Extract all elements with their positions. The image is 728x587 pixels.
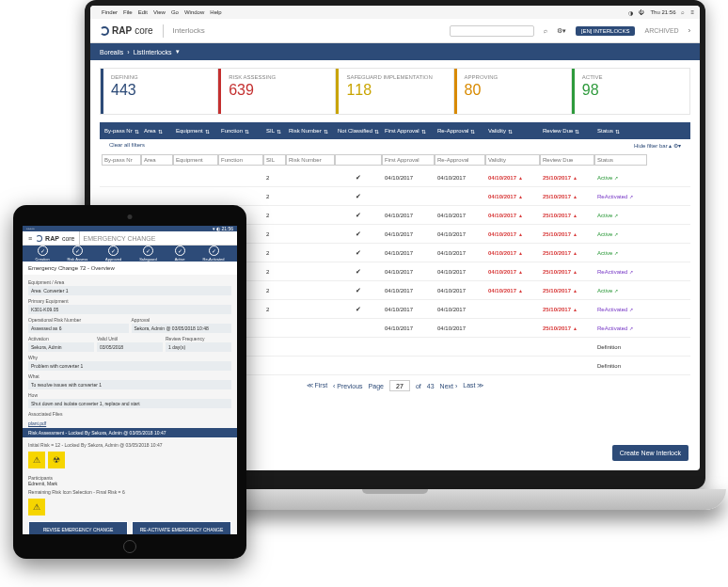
- field-value: K301-K09.05: [28, 305, 231, 314]
- tablet-camera: [128, 214, 133, 219]
- menubar-item[interactable]: Go: [171, 9, 179, 15]
- filter-ra[interactable]: [435, 154, 485, 166]
- col-bypass[interactable]: By-pass Nr ⇅: [102, 128, 141, 135]
- filter-risknum[interactable]: [286, 154, 335, 166]
- stat-safeguard[interactable]: SAFEGUARD IMPLEMENTATION118: [336, 69, 453, 114]
- field-value: 03/05/2018: [97, 342, 163, 352]
- stepper-step[interactable]: ✓Re-Activated: [203, 246, 225, 262]
- filter-area[interactable]: [141, 154, 173, 166]
- breadcrumb-item[interactable]: Borealis: [100, 49, 123, 56]
- app-header: RAPcore Interlocks ⌕ ⚙▾ [EN] INTERLOCKS …: [90, 19, 700, 43]
- status-badge[interactable]: ReActivated: [594, 307, 647, 312]
- create-interlock-button[interactable]: Create New Interlock: [612, 445, 688, 461]
- tablet-home-button[interactable]: [123, 540, 136, 553]
- reactivate-button[interactable]: RE-ACTIVATE EMERGENCY CHANGE: [132, 521, 231, 534]
- status-badge[interactable]: Definition: [594, 344, 647, 350]
- filter-va[interactable]: [485, 154, 540, 166]
- menubar-item[interactable]: View: [153, 9, 166, 15]
- stat-approving[interactable]: APPROVING80: [454, 69, 572, 114]
- check-icon: ✔: [335, 230, 382, 238]
- filter-rd[interactable]: [540, 154, 594, 166]
- menubar-item[interactable]: Window: [184, 9, 204, 15]
- search-icon[interactable]: ⌕: [544, 27, 547, 34]
- menubar-icon[interactable]: ≡: [690, 9, 694, 15]
- col-validity[interactable]: Validity ⇅: [485, 128, 540, 135]
- hide-filter-link[interactable]: Hide filter bar: [634, 143, 668, 149]
- gear-icon[interactable]: ⚙▾: [557, 27, 566, 35]
- filter-st[interactable]: [594, 154, 647, 166]
- tablet-header: ≡ RAPcore EMERGENCY CHANGE: [23, 231, 237, 246]
- clear-filters-link[interactable]: Clear all filters: [109, 142, 145, 149]
- filter-sil[interactable]: [263, 154, 286, 166]
- menubar-item[interactable]: Help: [210, 9, 221, 15]
- field-label: Associated Files: [28, 411, 231, 417]
- menubar-item[interactable]: File: [123, 9, 133, 15]
- filter-function[interactable]: [218, 154, 263, 166]
- tab-archived[interactable]: ARCHIVED: [644, 27, 678, 34]
- status-badge[interactable]: ReActivated: [594, 269, 647, 275]
- table-row[interactable]: 2✔04/10/201704/10/201704/10/201725/10/20…: [100, 168, 690, 187]
- menubar-icon[interactable]: ◑: [628, 9, 633, 16]
- pager-first[interactable]: ≪ First: [307, 382, 328, 389]
- file-link[interactable]: plant.pdf: [23, 419, 237, 428]
- stepper-step[interactable]: ✓Approved: [105, 246, 121, 262]
- filter-bypass[interactable]: [102, 154, 141, 166]
- field-value: Problem with converter 1: [28, 361, 231, 371]
- status-badge[interactable]: Definition: [594, 363, 647, 369]
- status-badge[interactable]: Active: [594, 175, 647, 181]
- check-icon: ✔: [335, 212, 382, 219]
- menubar-item[interactable]: Edit: [138, 9, 148, 15]
- col-equipment[interactable]: Equipment ⇅: [173, 128, 218, 135]
- search-icon[interactable]: ⌕: [681, 9, 685, 15]
- menubar-item[interactable]: Finder: [102, 9, 118, 15]
- stepper-step[interactable]: ✓Active: [175, 246, 185, 262]
- status-badge[interactable]: Active: [594, 213, 647, 218]
- status-badge[interactable]: ReActivated: [594, 325, 647, 331]
- pager-next[interactable]: Next ›: [440, 383, 458, 389]
- table-row[interactable]: 2✔04/10/201725/10/2017ReActivated: [100, 187, 690, 206]
- menu-icon[interactable]: ≡: [28, 235, 32, 242]
- revise-button[interactable]: REVISE EMERGENCY CHANGE: [28, 521, 128, 534]
- stat-risk[interactable]: RISK ASSESSING639: [218, 69, 336, 114]
- status-badge[interactable]: Active: [594, 231, 647, 237]
- menubar-icon[interactable]: ⏻: [639, 9, 644, 15]
- breadcrumb-item[interactable]: ListInterlocks: [134, 49, 172, 56]
- chevron-down-icon[interactable]: ▾: [176, 48, 180, 56]
- status-badge[interactable]: ReActivated: [594, 194, 647, 199]
- stats-bar: DEFINING443 RISK ASSESSING639 SAFEGUARD …: [100, 68, 690, 115]
- pager-last[interactable]: Last ≫: [463, 382, 483, 389]
- col-sil[interactable]: SIL ⇅: [263, 128, 286, 135]
- filter-equipment[interactable]: [173, 154, 218, 166]
- check-icon: ✓: [143, 246, 153, 256]
- stepper-step[interactable]: ✓Creation: [35, 246, 49, 262]
- pager-prev[interactable]: ‹ Previous: [333, 383, 363, 389]
- check-icon: ✓: [108, 246, 119, 256]
- page-title: Emergency Change 72 - Overview: [23, 262, 237, 275]
- filter-nc[interactable]: [335, 154, 382, 166]
- col-firstapproval[interactable]: First Approval ⇅: [382, 128, 435, 135]
- divider: [79, 231, 80, 245]
- col-function[interactable]: Function ⇅: [218, 128, 263, 135]
- stepper-step[interactable]: ✓Safeguard: [139, 246, 156, 262]
- chevron-right-icon[interactable]: ›: [688, 27, 690, 34]
- filter-fa[interactable]: [382, 154, 435, 166]
- col-risknum[interactable]: Risk Number ⇅: [286, 128, 335, 135]
- table-column-header: By-pass Nr ⇅ Area ⇅ Equipment ⇅ Function…: [100, 122, 690, 139]
- col-area[interactable]: Area ⇅: [141, 128, 173, 135]
- status-badge[interactable]: Active: [594, 250, 647, 256]
- tab-interlocks[interactable]: [EN] INTERLOCKS: [576, 26, 636, 36]
- col-reviewdue[interactable]: Review Due ⇅: [540, 128, 594, 135]
- col-reapproval[interactable]: Re-Approval ⇅: [435, 128, 485, 135]
- status-badge[interactable]: Active: [594, 288, 647, 294]
- tablet-frame: ◦◦◦◦◦▾ ◐ 21:56 ≡ RAPcore EMERGENCY CHANG…: [13, 205, 246, 559]
- stat-active[interactable]: ACTIVE98: [572, 69, 689, 114]
- field-label: Why: [28, 355, 231, 360]
- mac-menubar: Finder File Edit View Go Window Help ◑ ⏻…: [90, 6, 700, 19]
- col-nc[interactable]: Not Classified ⇅: [335, 128, 382, 135]
- col-status[interactable]: Status ⇅: [594, 128, 647, 135]
- stat-defining[interactable]: DEFINING443: [101, 69, 218, 114]
- field-label: What: [28, 373, 231, 379]
- stepper-step[interactable]: ✓Risk Assess: [68, 246, 88, 262]
- search-input[interactable]: [450, 25, 534, 37]
- pager-page-input[interactable]: [389, 380, 410, 391]
